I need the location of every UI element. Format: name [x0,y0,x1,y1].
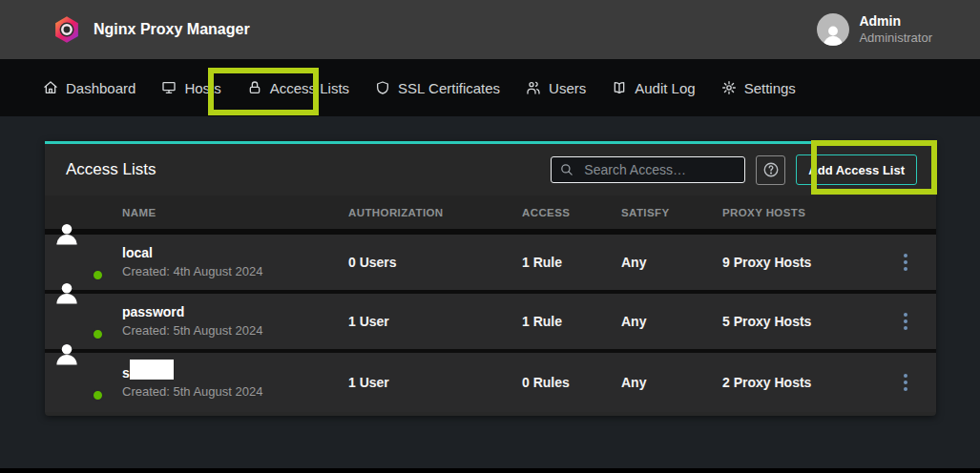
table-row[interactable]: password Created: 5th August 2024 1 User… [45,294,936,353]
nav-item-access-lists[interactable]: Access Lists [247,80,349,96]
nav-label: Dashboard [66,80,136,96]
nav-item-audit-log[interactable]: Audit Log [612,80,695,96]
shield-icon [375,80,390,95]
nav-label: SSL Certificates [398,80,500,96]
gear-icon [721,80,737,95]
users-icon [526,80,541,95]
home-icon [43,80,58,95]
status-online-dot [92,328,104,340]
npm-hexagon-logo [52,15,81,44]
panel-header: Access Lists Add Access List [45,144,936,195]
status-online-dot [92,389,104,401]
row-menu-kebab-icon[interactable] [898,309,913,334]
row-menu-kebab-icon[interactable] [898,370,913,395]
monitor-icon [161,80,177,95]
column-header-name: NAME [122,207,348,218]
row-avatar-wrap [67,365,102,401]
satisfy-cell: Any [621,314,722,329]
search-input[interactable] [551,156,745,183]
redaction-box [130,360,174,380]
nav-label: Audit Log [635,80,695,96]
created-date: Created: 5th August 2024 [122,383,348,401]
lock-icon [247,80,262,95]
search-icon [559,162,573,176]
nav-item-hosts[interactable]: Hosts [161,80,220,96]
access-list-name: local [122,244,348,263]
authorization-cell: 0 Users [348,255,522,270]
column-header-access: ACCESS [522,207,621,218]
table-header-row: NAME AUTHORIZATION ACCESS SATISFY PROXY … [45,195,936,229]
panel-tools: Add Access List [551,154,917,185]
access-cell: 1 Rule [522,255,621,270]
search-box [551,156,745,183]
table-body: local Created: 4th August 2024 0 Users 1… [45,229,936,412]
proxy-hosts-cell: 2 Proxy Hosts [722,375,894,390]
nav-label: Hosts [184,80,220,96]
column-header-satisfy: SATISFY [621,207,722,218]
bottom-strip [0,468,980,473]
help-circle-icon [762,161,780,178]
access-cell: 1 Rule [522,314,621,329]
nav-item-settings[interactable]: Settings [721,80,796,96]
access-cell: 0 Rules [522,375,621,390]
page-title: Access Lists [66,160,156,179]
name-cell: password Created: 5th August 2024 [122,294,348,349]
nav-item-users[interactable]: Users [526,80,586,96]
user-name: Admin [859,13,932,31]
app-header: Nginx Proxy Manager Admin Administrator [0,0,980,59]
column-header-proxy-hosts: PROXY HOSTS [722,207,894,218]
created-date: Created: 5th August 2024 [122,322,348,339]
access-list-name: password [122,303,348,322]
main-nav: Dashboard Hosts Access Lists SSL Certifi… [0,59,980,116]
access-lists-panel: Access Lists Add Access List NAME AUTHOR… [45,141,936,416]
table-row[interactable]: sn Created: 5th August 2024 1 User 0 Rul… [45,353,936,412]
proxy-hosts-cell: 9 Proxy Hosts [722,255,894,270]
proxy-hosts-cell: 5 Proxy Hosts [722,314,894,329]
row-avatar-wrap [67,304,102,339]
person-icon [820,21,846,46]
name-cell: sn Created: 5th August 2024 [122,353,348,412]
satisfy-cell: Any [621,255,722,270]
nav-item-ssl-certificates[interactable]: SSL Certificates [375,80,500,96]
satisfy-cell: Any [621,375,722,390]
nav-label: Settings [744,80,796,96]
nav-item-dashboard[interactable]: Dashboard [43,80,136,96]
row-avatar-wrap [67,245,102,280]
name-cell: local Created: 4th August 2024 [122,235,348,290]
table-row[interactable]: local Created: 4th August 2024 0 Users 1… [45,235,936,294]
column-header-authorization: AUTHORIZATION [348,207,522,218]
user-menu[interactable]: Admin Administrator [817,13,932,46]
brand: Nginx Proxy Manager [52,15,250,44]
user-avatar [817,13,849,46]
row-menu-kebab-icon[interactable] [898,250,913,275]
help-button[interactable] [756,155,785,185]
authorization-cell: 1 User [348,314,522,329]
created-date: Created: 4th August 2024 [122,263,348,280]
user-text: Admin Administrator [859,13,932,46]
user-role: Administrator [859,31,932,46]
nav-label: Access Lists [270,80,349,96]
authorization-cell: 1 User [348,375,522,390]
add-access-list-button[interactable]: Add Access List [796,154,917,185]
nav-label: Users [549,80,586,96]
app-title: Nginx Proxy Manager [94,21,250,38]
status-online-dot [92,269,104,281]
book-icon [612,80,627,95]
